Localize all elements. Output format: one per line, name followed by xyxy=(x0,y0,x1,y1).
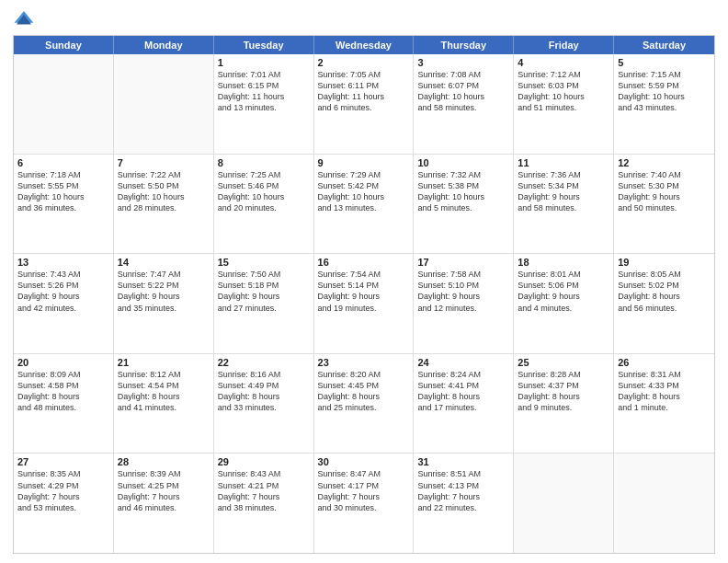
day-cell-20: 20Sunrise: 8:09 AM Sunset: 4:58 PM Dayli… xyxy=(14,354,114,454)
cell-details: Sunrise: 7:25 AM Sunset: 5:46 PM Dayligh… xyxy=(218,169,310,214)
day-number: 25 xyxy=(518,357,609,368)
day-number: 10 xyxy=(417,157,509,168)
header-day-tuesday: Tuesday xyxy=(214,36,314,54)
cell-details: Sunrise: 7:29 AM Sunset: 5:42 PM Dayligh… xyxy=(318,169,410,214)
cell-details: Sunrise: 8:47 AM Sunset: 4:17 PM Dayligh… xyxy=(318,468,410,513)
day-cell-30: 30Sunrise: 8:47 AM Sunset: 4:17 PM Dayli… xyxy=(314,454,415,553)
day-cell-3: 3Sunrise: 7:08 AM Sunset: 6:07 PM Daylig… xyxy=(414,54,514,154)
day-number: 2 xyxy=(318,57,410,68)
day-number: 31 xyxy=(417,456,509,467)
cell-details: Sunrise: 8:09 AM Sunset: 4:58 PM Dayligh… xyxy=(17,369,109,414)
empty-cell xyxy=(614,454,714,553)
empty-cell xyxy=(114,54,214,154)
day-number: 4 xyxy=(518,57,609,68)
day-number: 17 xyxy=(417,257,509,268)
cell-details: Sunrise: 7:05 AM Sunset: 6:11 PM Dayligh… xyxy=(318,69,410,114)
day-number: 23 xyxy=(318,357,410,368)
cell-details: Sunrise: 8:24 AM Sunset: 4:41 PM Dayligh… xyxy=(417,369,509,414)
day-cell-12: 12Sunrise: 7:40 AM Sunset: 5:30 PM Dayli… xyxy=(614,155,714,254)
header-day-saturday: Saturday xyxy=(614,36,714,54)
cell-details: Sunrise: 7:50 AM Sunset: 5:18 PM Dayligh… xyxy=(218,269,310,314)
day-cell-28: 28Sunrise: 8:39 AM Sunset: 4:25 PM Dayli… xyxy=(114,454,214,553)
day-cell-11: 11Sunrise: 7:36 AM Sunset: 5:34 PM Dayli… xyxy=(514,155,614,254)
day-cell-19: 19Sunrise: 8:05 AM Sunset: 5:02 PM Dayli… xyxy=(614,254,714,353)
day-cell-22: 22Sunrise: 8:16 AM Sunset: 4:49 PM Dayli… xyxy=(214,354,314,454)
cell-details: Sunrise: 7:36 AM Sunset: 5:34 PM Dayligh… xyxy=(518,169,609,214)
cell-details: Sunrise: 8:39 AM Sunset: 4:25 PM Dayligh… xyxy=(118,468,210,513)
day-number: 1 xyxy=(218,57,310,68)
day-cell-26: 26Sunrise: 8:31 AM Sunset: 4:33 PM Dayli… xyxy=(614,354,714,454)
day-number: 24 xyxy=(417,357,509,368)
day-cell-5: 5Sunrise: 7:15 AM Sunset: 5:59 PM Daylig… xyxy=(614,54,714,154)
cell-details: Sunrise: 8:12 AM Sunset: 4:54 PM Dayligh… xyxy=(118,369,210,414)
day-number: 26 xyxy=(618,357,711,368)
header-day-wednesday: Wednesday xyxy=(314,36,415,54)
day-number: 7 xyxy=(118,157,210,168)
cell-details: Sunrise: 8:05 AM Sunset: 5:02 PM Dayligh… xyxy=(618,269,711,314)
day-cell-14: 14Sunrise: 7:47 AM Sunset: 5:22 PM Dayli… xyxy=(114,254,214,353)
cell-details: Sunrise: 8:35 AM Sunset: 4:29 PM Dayligh… xyxy=(17,468,109,513)
cell-details: Sunrise: 7:01 AM Sunset: 6:15 PM Dayligh… xyxy=(218,69,310,114)
cell-details: Sunrise: 7:22 AM Sunset: 5:50 PM Dayligh… xyxy=(118,169,210,214)
day-number: 15 xyxy=(218,257,310,268)
cell-details: Sunrise: 7:54 AM Sunset: 5:14 PM Dayligh… xyxy=(318,269,410,314)
cell-details: Sunrise: 7:15 AM Sunset: 5:59 PM Dayligh… xyxy=(618,69,711,114)
day-number: 27 xyxy=(17,456,109,467)
empty-cell xyxy=(14,54,114,154)
calendar-row-3: 20Sunrise: 8:09 AM Sunset: 4:58 PM Dayli… xyxy=(14,354,714,454)
cell-details: Sunrise: 8:43 AM Sunset: 4:21 PM Dayligh… xyxy=(218,468,310,513)
day-number: 9 xyxy=(318,157,410,168)
day-number: 22 xyxy=(218,357,310,368)
calendar-row-0: 1Sunrise: 7:01 AM Sunset: 6:15 PM Daylig… xyxy=(14,54,714,155)
day-cell-18: 18Sunrise: 8:01 AM Sunset: 5:06 PM Dayli… xyxy=(514,254,614,353)
day-cell-27: 27Sunrise: 8:35 AM Sunset: 4:29 PM Dayli… xyxy=(14,454,114,553)
header-day-friday: Friday xyxy=(514,36,614,54)
day-cell-31: 31Sunrise: 8:51 AM Sunset: 4:13 PM Dayli… xyxy=(414,454,514,553)
day-cell-25: 25Sunrise: 8:28 AM Sunset: 4:37 PM Dayli… xyxy=(514,354,614,454)
page: SundayMondayTuesdayWednesdayThursdayFrid… xyxy=(0,0,728,563)
day-number: 12 xyxy=(618,157,711,168)
day-cell-23: 23Sunrise: 8:20 AM Sunset: 4:45 PM Dayli… xyxy=(314,354,415,454)
day-number: 11 xyxy=(518,157,609,168)
calendar-row-2: 13Sunrise: 7:43 AM Sunset: 5:26 PM Dayli… xyxy=(14,254,714,354)
calendar-body: 1Sunrise: 7:01 AM Sunset: 6:15 PM Daylig… xyxy=(14,54,714,553)
empty-cell xyxy=(514,454,614,553)
cell-details: Sunrise: 7:47 AM Sunset: 5:22 PM Dayligh… xyxy=(118,269,210,314)
day-number: 28 xyxy=(118,456,210,467)
day-cell-15: 15Sunrise: 7:50 AM Sunset: 5:18 PM Dayli… xyxy=(214,254,314,353)
cell-details: Sunrise: 8:28 AM Sunset: 4:37 PM Dayligh… xyxy=(518,369,609,414)
cell-details: Sunrise: 7:32 AM Sunset: 5:38 PM Dayligh… xyxy=(417,169,509,214)
day-cell-4: 4Sunrise: 7:12 AM Sunset: 6:03 PM Daylig… xyxy=(514,54,614,154)
day-cell-16: 16Sunrise: 7:54 AM Sunset: 5:14 PM Dayli… xyxy=(314,254,415,353)
cell-details: Sunrise: 8:01 AM Sunset: 5:06 PM Dayligh… xyxy=(518,269,609,314)
cell-details: Sunrise: 7:12 AM Sunset: 6:03 PM Dayligh… xyxy=(518,69,609,114)
cell-details: Sunrise: 8:51 AM Sunset: 4:13 PM Dayligh… xyxy=(417,468,509,513)
calendar: SundayMondayTuesdayWednesdayThursdayFrid… xyxy=(13,35,715,554)
day-number: 16 xyxy=(318,257,410,268)
cell-details: Sunrise: 7:40 AM Sunset: 5:30 PM Dayligh… xyxy=(618,169,711,214)
day-cell-24: 24Sunrise: 8:24 AM Sunset: 4:41 PM Dayli… xyxy=(414,354,514,454)
day-number: 3 xyxy=(417,57,509,68)
cell-details: Sunrise: 7:18 AM Sunset: 5:55 PM Dayligh… xyxy=(17,169,109,214)
day-cell-17: 17Sunrise: 7:58 AM Sunset: 5:10 PM Dayli… xyxy=(414,254,514,353)
logo xyxy=(13,9,39,28)
day-cell-7: 7Sunrise: 7:22 AM Sunset: 5:50 PM Daylig… xyxy=(114,155,214,254)
day-cell-10: 10Sunrise: 7:32 AM Sunset: 5:38 PM Dayli… xyxy=(414,155,514,254)
day-number: 18 xyxy=(518,257,609,268)
day-cell-2: 2Sunrise: 7:05 AM Sunset: 6:11 PM Daylig… xyxy=(314,54,415,154)
day-number: 6 xyxy=(17,157,109,168)
header-day-monday: Monday xyxy=(114,36,214,54)
day-cell-21: 21Sunrise: 8:12 AM Sunset: 4:54 PM Dayli… xyxy=(114,354,214,454)
cell-details: Sunrise: 7:43 AM Sunset: 5:26 PM Dayligh… xyxy=(17,269,109,314)
cell-details: Sunrise: 7:08 AM Sunset: 6:07 PM Dayligh… xyxy=(417,69,509,114)
header-day-sunday: Sunday xyxy=(14,36,114,54)
day-number: 5 xyxy=(618,57,711,68)
day-number: 29 xyxy=(218,456,310,467)
day-number: 20 xyxy=(17,357,109,368)
day-number: 13 xyxy=(17,257,109,268)
logo-icon xyxy=(13,9,35,28)
day-cell-1: 1Sunrise: 7:01 AM Sunset: 6:15 PM Daylig… xyxy=(214,54,314,154)
cell-details: Sunrise: 8:20 AM Sunset: 4:45 PM Dayligh… xyxy=(318,369,410,414)
cell-details: Sunrise: 8:16 AM Sunset: 4:49 PM Dayligh… xyxy=(218,369,310,414)
day-number: 21 xyxy=(118,357,210,368)
